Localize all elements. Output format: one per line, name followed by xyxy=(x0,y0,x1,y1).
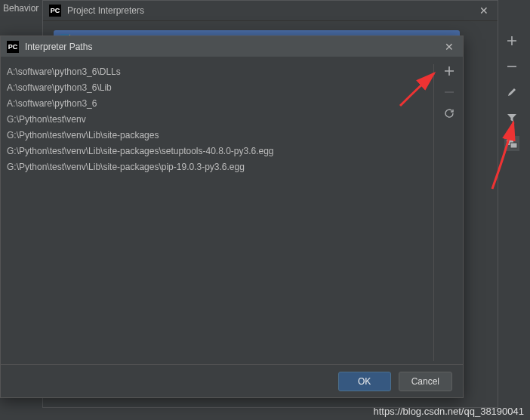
list-item[interactable]: G:\Python\test\venv\Lib\site-packages xyxy=(4,128,433,144)
path-list[interactable]: A:\software\python3_6\DLLs A:\software\p… xyxy=(4,64,434,361)
list-item[interactable]: A:\software\python3_6\DLLs xyxy=(4,64,433,80)
ok-button[interactable]: OK xyxy=(338,372,391,391)
reload-paths-button[interactable] xyxy=(442,107,456,120)
cancel-button[interactable]: Cancel xyxy=(399,372,452,391)
list-item[interactable]: A:\software\python3_6\Lib xyxy=(4,80,433,96)
dialog-toolbar xyxy=(436,64,463,120)
edit-interpreter-button[interactable] xyxy=(504,85,519,100)
dialog-close-icon[interactable]: ✕ xyxy=(442,41,457,53)
sidebar-label: Behavior xyxy=(0,0,42,17)
dialog-titlebar: PC Interpreter Paths ✕ xyxy=(1,36,463,57)
watermark: https://blog.csdn.net/qq_38190041 xyxy=(374,406,525,417)
svg-rect-1 xyxy=(510,143,517,148)
list-item[interactable]: G:\Python\test\venv xyxy=(4,112,433,128)
close-icon[interactable]: ✕ xyxy=(476,5,491,17)
add-interpreter-button[interactable] xyxy=(504,33,519,48)
parent-titlebar: PC Project Interpreters ✕ xyxy=(43,1,498,21)
parent-title: Project Interpreters xyxy=(67,5,476,16)
list-item[interactable]: G:\Python\test\venv\Lib\site-packages\pi… xyxy=(4,159,433,175)
dialog-title: Interpreter Paths xyxy=(25,42,442,52)
add-path-button[interactable] xyxy=(442,64,456,78)
remove-interpreter-button[interactable] xyxy=(504,59,519,74)
show-paths-button[interactable] xyxy=(504,136,519,151)
list-item[interactable]: A:\software\python3_6 xyxy=(4,96,433,112)
pycharm-icon: PC xyxy=(7,41,19,53)
filter-icon[interactable] xyxy=(504,110,519,125)
interpreter-paths-dialog: PC Interpreter Paths ✕ A:\software\pytho… xyxy=(0,36,464,398)
pycharm-icon: PC xyxy=(49,5,61,17)
right-toolbar xyxy=(497,27,527,151)
dialog-footer: OK Cancel xyxy=(1,364,463,397)
dialog-body: A:\software\python3_6\DLLs A:\software\p… xyxy=(1,57,463,364)
list-item[interactable]: G:\Python\test\venv\Lib\site-packages\se… xyxy=(4,144,433,159)
remove-path-button[interactable] xyxy=(442,85,456,99)
